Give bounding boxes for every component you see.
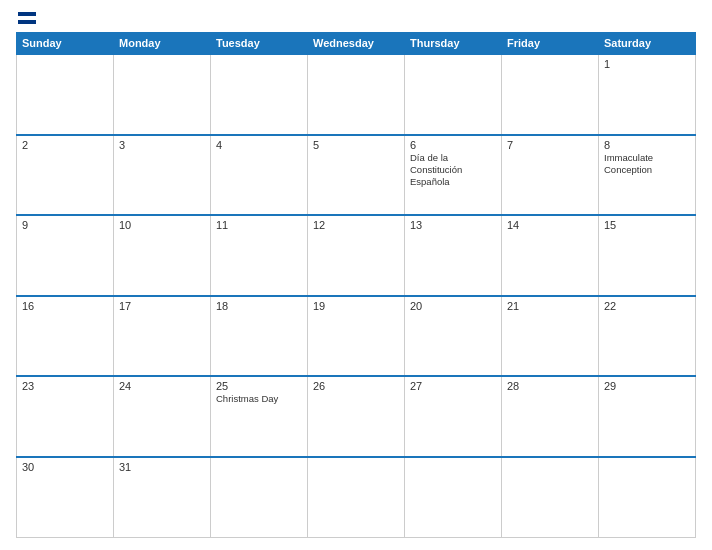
- holiday-label: Immaculate Conception: [604, 152, 653, 175]
- day-number: 1: [604, 58, 690, 70]
- calendar-cell: 19: [308, 296, 405, 377]
- calendar-cell: 29: [599, 376, 696, 457]
- calendar-cell: [405, 54, 502, 135]
- calendar-cell: 8Immaculate Conception: [599, 135, 696, 216]
- calendar-cell: [308, 54, 405, 135]
- calendar-cell: [502, 457, 599, 538]
- calendar-cell: 7: [502, 135, 599, 216]
- week-row-6: 3031: [17, 457, 696, 538]
- day-number: 26: [313, 380, 399, 392]
- weekday-header-monday: Monday: [114, 33, 211, 55]
- day-number: 21: [507, 300, 593, 312]
- page: SundayMondayTuesdayWednesdayThursdayFrid…: [0, 0, 712, 550]
- day-number: 6: [410, 139, 496, 151]
- calendar-cell: 23: [17, 376, 114, 457]
- weekday-header-tuesday: Tuesday: [211, 33, 308, 55]
- logo-blue-text: [16, 12, 36, 24]
- calendar-cell: 10: [114, 215, 211, 296]
- day-number: 15: [604, 219, 690, 231]
- calendar-cell: 20: [405, 296, 502, 377]
- calendar-cell: 24: [114, 376, 211, 457]
- calendar-cell: 5: [308, 135, 405, 216]
- day-number: 7: [507, 139, 593, 151]
- calendar-cell: [308, 457, 405, 538]
- calendar-cell: 27: [405, 376, 502, 457]
- calendar-cell: 6Día de la Constitución Española: [405, 135, 502, 216]
- day-number: 5: [313, 139, 399, 151]
- calendar-cell: 15: [599, 215, 696, 296]
- calendar-cell: [502, 54, 599, 135]
- day-number: 9: [22, 219, 108, 231]
- day-number: 11: [216, 219, 302, 231]
- day-number: 20: [410, 300, 496, 312]
- calendar-cell: 31: [114, 457, 211, 538]
- week-row-2: 23456Día de la Constitución Española78Im…: [17, 135, 696, 216]
- day-number: 2: [22, 139, 108, 151]
- calendar-cell: 22: [599, 296, 696, 377]
- day-number: 28: [507, 380, 593, 392]
- day-number: 19: [313, 300, 399, 312]
- day-number: 18: [216, 300, 302, 312]
- day-number: 27: [410, 380, 496, 392]
- day-number: 23: [22, 380, 108, 392]
- day-number: 22: [604, 300, 690, 312]
- header: [16, 12, 696, 24]
- weekday-header-thursday: Thursday: [405, 33, 502, 55]
- calendar-cell: 30: [17, 457, 114, 538]
- calendar-cell: [405, 457, 502, 538]
- holiday-label: Día de la Constitución Española: [410, 152, 462, 188]
- calendar-cell: 14: [502, 215, 599, 296]
- calendar-table: SundayMondayTuesdayWednesdayThursdayFrid…: [16, 32, 696, 538]
- calendar-cell: 16: [17, 296, 114, 377]
- calendar-cell: 28: [502, 376, 599, 457]
- weekday-header-wednesday: Wednesday: [308, 33, 405, 55]
- calendar-cell: 11: [211, 215, 308, 296]
- week-row-3: 9101112131415: [17, 215, 696, 296]
- calendar-cell: 17: [114, 296, 211, 377]
- day-number: 10: [119, 219, 205, 231]
- day-number: 12: [313, 219, 399, 231]
- logo: [16, 12, 36, 24]
- week-row-5: 232425Christmas Day26272829: [17, 376, 696, 457]
- calendar-cell: 1: [599, 54, 696, 135]
- day-number: 14: [507, 219, 593, 231]
- day-number: 13: [410, 219, 496, 231]
- week-row-4: 16171819202122: [17, 296, 696, 377]
- calendar-cell: 12: [308, 215, 405, 296]
- calendar-cell: 9: [17, 215, 114, 296]
- logo-flag-icon: [18, 12, 36, 24]
- holiday-label: Christmas Day: [216, 393, 278, 404]
- calendar-cell: 26: [308, 376, 405, 457]
- day-number: 17: [119, 300, 205, 312]
- weekday-header-friday: Friday: [502, 33, 599, 55]
- day-number: 24: [119, 380, 205, 392]
- calendar-cell: [211, 457, 308, 538]
- week-row-1: 1: [17, 54, 696, 135]
- calendar-cell: [114, 54, 211, 135]
- day-number: 4: [216, 139, 302, 151]
- calendar-cell: 3: [114, 135, 211, 216]
- calendar-cell: 2: [17, 135, 114, 216]
- weekday-header-saturday: Saturday: [599, 33, 696, 55]
- calendar-cell: 13: [405, 215, 502, 296]
- weekday-header-row: SundayMondayTuesdayWednesdayThursdayFrid…: [17, 33, 696, 55]
- day-number: 3: [119, 139, 205, 151]
- calendar-cell: [599, 457, 696, 538]
- weekday-header-sunday: Sunday: [17, 33, 114, 55]
- day-number: 8: [604, 139, 690, 151]
- day-number: 29: [604, 380, 690, 392]
- day-number: 16: [22, 300, 108, 312]
- day-number: 25: [216, 380, 302, 392]
- calendar-cell: [17, 54, 114, 135]
- calendar-cell: 4: [211, 135, 308, 216]
- day-number: 30: [22, 461, 108, 473]
- calendar-cell: 21: [502, 296, 599, 377]
- day-number: 31: [119, 461, 205, 473]
- calendar-cell: 25Christmas Day: [211, 376, 308, 457]
- calendar-cell: [211, 54, 308, 135]
- calendar-cell: 18: [211, 296, 308, 377]
